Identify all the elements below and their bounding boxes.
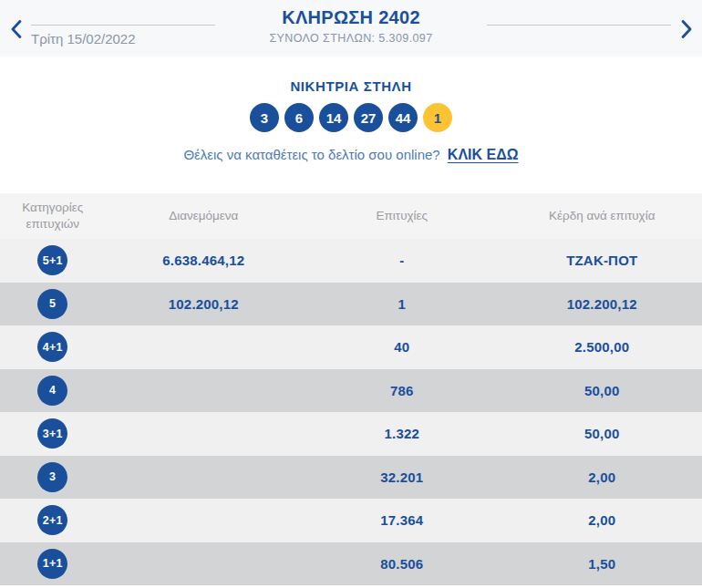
winning-number-ball: 14 [319, 103, 348, 132]
winning-number-ball: 6 [284, 103, 314, 132]
winners-count: 1 [302, 296, 501, 312]
table-row: 1+180.5061,50 [0, 542, 702, 586]
table-row: 478650,00 [0, 369, 702, 413]
draw-navigation: Τρίτη 15/02/2022 ΚΛΗΡΩΣΗ 2402 ΣΥΝΟΛΟ ΣΤΗ… [0, 0, 702, 57]
table-row: 2+117.3642,00 [0, 499, 702, 542]
winners-count: 40 [302, 339, 501, 355]
nav-left-block: Τρίτη 15/02/2022 [31, 0, 215, 46]
header-categories: Κατηγορίες επιτυχιών [0, 200, 106, 232]
category-badge: 5 [37, 289, 67, 319]
winning-column-title: ΝΙΚΗΤΡΙΑ ΣΤΗΛΗ [0, 78, 702, 94]
previous-draw-button[interactable] [0, 20, 31, 41]
winners-count: 1.322 [302, 426, 501, 441]
chevron-left-icon [9, 20, 23, 41]
distributed-amount: 6.638.464,12 [106, 253, 303, 268]
header-prize-per-winner: Κέρδη ανά επιτυχία [502, 208, 702, 224]
nav-center-block: ΚΛΗΡΩΣΗ 2402 ΣΥΝΟΛΟ ΣΤΗΛΩΝ: 5.309.097 [215, 0, 487, 45]
header-winners: Επιτυχίες [302, 208, 501, 224]
category-badge: 5+1 [37, 245, 67, 275]
winning-number-ball: 27 [354, 103, 383, 132]
click-here-link[interactable]: ΚΛΙΚ ΕΔΩ [448, 147, 519, 162]
draw-title: ΚΛΗΡΩΣΗ 2402 [215, 7, 487, 28]
draw-date: Τρίτη 15/02/2022 [31, 31, 215, 46]
prize-per-winner: 50,00 [502, 383, 702, 398]
category-badge: 4 [37, 376, 67, 406]
winners-count: 80.506 [302, 556, 501, 572]
online-prompt: Θέλεις να καταθέτεις το δελτίο σου onlin… [0, 147, 702, 163]
prize-per-winner: 1,50 [502, 556, 702, 572]
category-badge: 1+1 [37, 549, 67, 579]
category-badge: 4+1 [37, 332, 67, 362]
chevron-right-icon [680, 20, 694, 41]
divider-right [487, 25, 671, 26]
winners-count: 17.364 [302, 512, 501, 528]
prize-table-body: 5+16.638.464,12-ΤΖΑΚ-ΠΟΤ5102.200,121102.… [0, 239, 702, 585]
online-question-text: Θέλεις να καταθέτεις το δελτίο σου onlin… [183, 147, 439, 162]
distributed-amount: 102.200,12 [106, 296, 303, 312]
prize-per-winner: ΤΖΑΚ-ΠΟΤ [502, 253, 702, 268]
prize-per-winner: 102.200,12 [502, 296, 702, 312]
header-distributed: Διανεμόμενα [106, 208, 303, 224]
draw-results-page: Τρίτη 15/02/2022 ΚΛΗΡΩΣΗ 2402 ΣΥΝΟΛΟ ΣΤΗ… [0, 0, 702, 588]
next-draw-button[interactable] [671, 20, 702, 41]
prize-table-header: Κατηγορίες επιτυχιών Διανεμόμενα Επιτυχί… [0, 193, 702, 239]
category-badge: 2+1 [37, 505, 67, 535]
category-badge: 3+1 [37, 418, 67, 449]
winners-count: 32.201 [302, 469, 501, 485]
category-badge: 3 [37, 462, 67, 492]
winning-number-ball: 44 [388, 103, 418, 132]
table-row: 5102.200,121102.200,12 [0, 283, 702, 326]
bonus-number-ball: 1 [423, 103, 452, 132]
prize-per-winner: 2,00 [502, 512, 702, 528]
table-row: 332.2012,00 [0, 456, 702, 500]
divider-left [31, 25, 215, 26]
total-columns-label: ΣΥΝΟΛΟ ΣΤΗΛΩΝ: 5.309.097 [215, 32, 487, 45]
winning-numbers-section: ΝΙΚΗΤΡΙΑ ΣΤΗΛΗ 361427441 Θέλεις να καταθ… [0, 57, 702, 193]
nav-right-block [487, 0, 671, 26]
winners-count: 786 [302, 383, 501, 398]
winning-number-ball: 3 [250, 103, 279, 132]
table-row: 3+11.32250,00 [0, 412, 702, 456]
prize-table: Κατηγορίες επιτυχιών Διανεμόμενα Επιτυχί… [0, 193, 702, 585]
winning-numbers: 361427441 [0, 103, 702, 132]
prize-per-winner: 2,00 [502, 469, 702, 485]
table-row: 4+1402.500,00 [0, 325, 702, 369]
prize-per-winner: 50,00 [502, 426, 702, 441]
prize-per-winner: 2.500,00 [502, 339, 702, 355]
winners-count: - [302, 253, 501, 268]
table-row: 5+16.638.464,12-ΤΖΑΚ-ΠΟΤ [0, 239, 702, 283]
